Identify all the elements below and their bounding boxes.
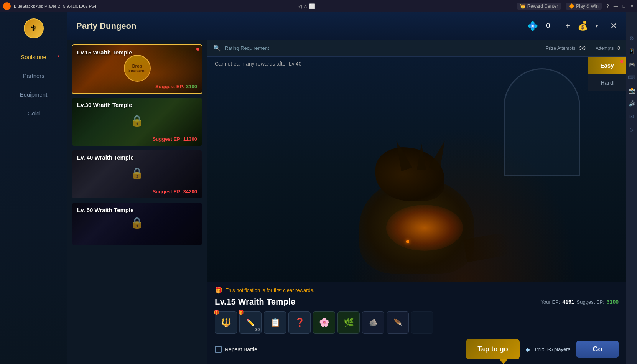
help-button[interactable]: ? (606, 3, 609, 9)
dungeon-image-lv15: Lv.15 Wraith Temple Drop treasures Sugge… (72, 45, 202, 93)
sidebar-icon-1[interactable]: ⚙ (629, 35, 634, 41)
dungeon-lock-lv30: 🔒 (130, 114, 144, 127)
dungeon-card-lv40[interactable]: Lv. 40 Wraith Temple 🔒 Suggest EP: 34200 (72, 150, 202, 199)
sidebar-icon-4[interactable]: ⌨ (628, 74, 635, 81)
suggest-ep-label: Suggest EP: (577, 299, 604, 305)
notification-row: 🎁 This notification is for first clear r… (215, 287, 619, 294)
search-icon: 🔍 (213, 44, 221, 52)
sidebar-icon-6[interactable]: 🔊 (629, 100, 635, 107)
play-win-label: Play & Win (576, 3, 599, 9)
reward-icon-6: 🌿 (344, 318, 354, 328)
panel-close-button[interactable]: ✕ (610, 21, 617, 31)
attempts-value: 0 (617, 46, 620, 51)
sidebar-item-equipment[interactable]: Equipment (0, 87, 67, 102)
reward-item-1[interactable]: 🔱 (215, 311, 237, 334)
right-sidebar: ⚙ 📱 🎮 ⌨ 📸 🔊 ✉ ▷ (626, 12, 637, 364)
diamond-icon: 💠 (527, 21, 538, 31)
bottom-panel: 🎁 This notification is for first clear r… (207, 282, 626, 364)
reward-icon-4: ❓ (295, 318, 305, 328)
dungeon-ep-lv15: Suggest EP: 3100 (155, 84, 197, 89)
add-currency-button[interactable]: + (565, 21, 570, 30)
dungeon-card-lv50[interactable]: Lv. 50 Wraith Temple 🔒 (72, 202, 202, 246)
difficulty-tabs: Easy Hard (588, 57, 626, 91)
your-ep-value: 4191 (562, 299, 574, 305)
dungeon-image-lv50: Lv. 50 Wraith Temple 🔒 (72, 203, 202, 245)
suggest-ep-value: 3100 (607, 299, 619, 305)
dungeon-ep-lv40: Suggest EP: 34200 (153, 189, 197, 194)
avatar[interactable]: ⚜ (24, 18, 44, 38)
currency-dropdown[interactable]: ▾ (596, 23, 598, 29)
play-win-button[interactable]: 🔶 Play & Win (566, 3, 602, 10)
reward-item-4[interactable]: ❓ (288, 311, 311, 334)
dungeon-name-lv40: Lv. 40 Wraith Temple (77, 154, 134, 161)
sidebar-item-partners[interactable]: Partners (0, 68, 67, 84)
difficulty-hard-tab[interactable]: Hard (588, 74, 626, 91)
repeat-battle-label: Repeat Battle (225, 346, 257, 352)
limit-diamond-icon: ◆ (526, 346, 530, 352)
attempts-label: Attempts (596, 46, 614, 51)
title-bar-left: BlueStacks App Player 2 5.9.410.1002 P64 (3, 2, 96, 10)
content-body: Lv.15 Wraith Temple Drop treasures Sugge… (67, 40, 626, 364)
dungeon-name-lv50: Lv. 50 Wraith Temple (77, 207, 134, 213)
prize-attempts-value: 3/3 (579, 46, 586, 51)
difficulty-easy-tab[interactable]: Easy (588, 57, 626, 74)
search-text[interactable]: Rating Requirement (225, 45, 269, 51)
sidebar-icon-8[interactable]: ▷ (630, 127, 634, 133)
nav-windows[interactable]: ⬜ (309, 3, 315, 9)
dungeon-title-row: Lv.15 Wraith Temple Your EP: 4191 Sugges… (215, 297, 619, 307)
action-row: Repeat Battle Tap to go ◆ Limit: 1-5 pla… (215, 339, 619, 359)
gift-icon: 🎁 (215, 287, 222, 294)
main-content: Party Dungeon 💠 0 + 💰 ▾ ✕ Lv.15 Wraith T… (67, 12, 626, 364)
sidebar-icon-3[interactable]: 🎮 (629, 61, 635, 68)
dungeon-lock-lv40: 🔒 (130, 167, 144, 180)
maximize-button[interactable]: □ (623, 3, 625, 9)
close-window-button[interactable]: ✕ (630, 3, 634, 9)
dungeon-ep-lv30: Suggest EP: 11300 (153, 136, 197, 142)
reward-icon-1: 🔱 (221, 318, 231, 328)
header-bar: Party Dungeon 💠 0 + 💰 ▾ ✕ (67, 12, 626, 40)
dungeon-name-lv30: Lv.30 Wraith Temple (77, 102, 132, 108)
game-window: ⚜ Soulstone Partners Equipment Gold ⚙ 📱 … (0, 12, 637, 364)
title-bar-nav: ◁ ⌂ ⬜ (298, 3, 316, 9)
app-icon (3, 2, 11, 10)
tap-to-go-tooltip[interactable]: Tap to go (466, 339, 520, 359)
sidebar-icon-7[interactable]: ✉ (629, 114, 634, 120)
go-button[interactable]: Go (576, 341, 619, 358)
repeat-battle-checkbox[interactable]: Repeat Battle (215, 346, 257, 353)
boss-area: Cannot earn any rewards after Lv.40 Easy… (207, 57, 626, 282)
sidebar-item-soulstone[interactable]: Soulstone (0, 49, 67, 65)
left-sidebar: ⚜ Soulstone Partners Equipment Gold (0, 12, 67, 364)
ep-section: Your EP: 4191 Suggest EP: 3100 (541, 299, 619, 305)
reward-item-7[interactable]: 🪨 (362, 311, 384, 334)
limit-text: Limit: 1-5 players (532, 346, 570, 352)
reward-item-6[interactable]: 🌿 (337, 311, 360, 334)
nav-back[interactable]: ◁ (298, 3, 302, 9)
minimize-button[interactable]: — (614, 3, 618, 9)
reward-item-2[interactable]: ✏️ 20 (239, 311, 262, 334)
repeat-checkbox-box[interactable] (215, 346, 222, 353)
dungeon-label-lv15: Drop treasures (124, 55, 151, 84)
reward-item-3[interactable]: 📋 (264, 311, 286, 334)
dungeon-lock-lv50: 🔒 (130, 216, 144, 229)
page-title: Party Dungeon (76, 21, 136, 31)
app-version: 5.9.410.1002 P64 (63, 4, 96, 8)
boss-visual (207, 57, 626, 282)
difficulty-dot (620, 60, 623, 63)
sidebar-item-gold[interactable]: Gold (0, 105, 67, 121)
dungeon-card-lv30[interactable]: Lv.30 Wraith Temple 🔒 Suggest EP: 11300 (72, 97, 202, 147)
reward-center-button[interactable]: 👑 Reward Center (517, 3, 561, 10)
dungeon-card-lv15[interactable]: Lv.15 Wraith Temple Drop treasures Sugge… (72, 44, 202, 94)
right-panel: 🔍 Rating Requirement Prize Attempts 3/3 … (207, 40, 626, 364)
reward-item-5[interactable]: 🌸 (313, 311, 335, 334)
playnwin-icon: 🔶 (569, 3, 574, 9)
dungeon-list: Lv.15 Wraith Temple Drop treasures Sugge… (67, 40, 207, 364)
reward-item-9 (411, 311, 433, 334)
sidebar-icon-5[interactable]: 📸 (629, 87, 635, 94)
sidebar-icon-2[interactable]: 📱 (629, 48, 635, 54)
reward-item-8[interactable]: 🪶 (387, 311, 409, 334)
reward-icon-5: 🌸 (319, 318, 329, 328)
nav-home[interactable]: ⌂ (304, 3, 307, 9)
dungeon-name-lv15: Lv.15 Wraith Temple (77, 49, 132, 56)
reward-center-label: Reward Center (527, 3, 558, 9)
dungeon-dot-lv15 (196, 48, 199, 51)
